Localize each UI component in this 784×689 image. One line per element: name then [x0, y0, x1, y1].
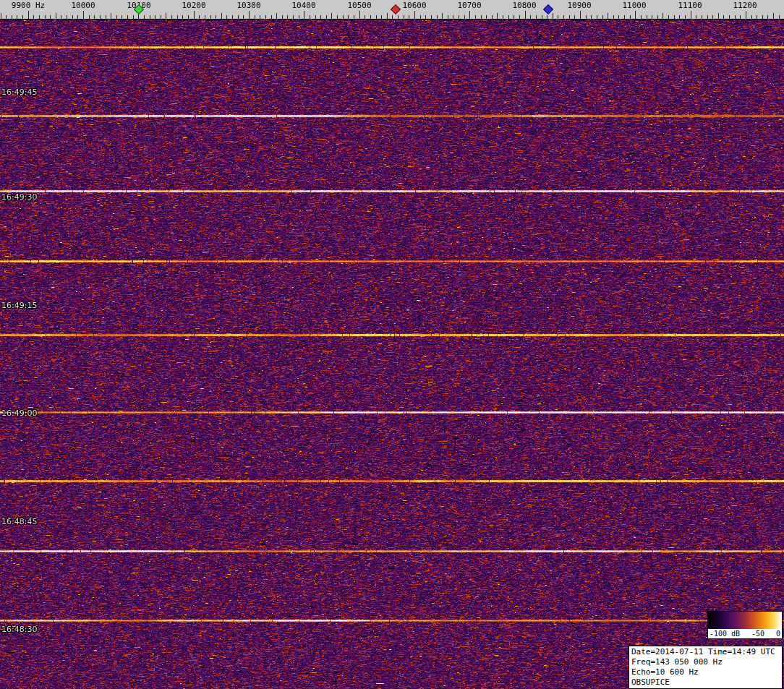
time-label: 16:49:30 — [1, 192, 37, 202]
time-label: 16:49:15 — [1, 301, 37, 310]
colorbar-mid-label: -50 — [751, 629, 764, 638]
colorbar: -100 dB -50 0 — [707, 611, 783, 639]
freq-tick-label: 10200 — [182, 1, 205, 10]
freq-tick-label: 10800 — [512, 1, 536, 10]
colorbar-max-label: 0 — [776, 629, 780, 638]
time-label: 16:48:45 — [1, 517, 37, 526]
freq-tick-label: 9900 Hz — [12, 1, 45, 10]
colorbar-gradient — [708, 612, 782, 629]
info-line-date: Date=2014-07-11 Time=14:49 UTC — [631, 647, 780, 657]
freq-tick-label: 10500 — [347, 1, 371, 10]
freq-tick-label: 10700 — [457, 1, 481, 10]
freq-tick-label: 11000 — [622, 1, 646, 10]
time-label: 16:49:00 — [1, 408, 37, 418]
frequency-ruler[interactable]: 9900 Hz 10000 10100 10200 10300 10400 10… — [0, 0, 784, 20]
info-line-freq: Freq=143 050 000 Hz — [631, 657, 780, 667]
spectrogram-waterfall[interactable] — [0, 20, 784, 689]
info-line-station: OBSUPICE — [631, 677, 780, 688]
freq-tick-label: 11200 — [733, 1, 757, 10]
time-label: 16:49:45 — [1, 87, 37, 97]
freq-tick-label: 11100 — [678, 1, 702, 10]
freq-tick-label: 10400 — [291, 1, 315, 10]
info-line-echo: Echo=10 600 Hz — [631, 667, 780, 677]
freq-tick-label: 10300 — [237, 1, 260, 10]
freq-tick-label: 10600 — [402, 1, 426, 10]
spectrogram-display: 9900 Hz 10000 10100 10200 10300 10400 10… — [0, 0, 784, 689]
freq-tick-label: 10900 — [567, 1, 591, 10]
colorbar-min-label: -100 dB — [710, 629, 740, 638]
freq-tick-label: 10000 — [71, 1, 95, 10]
colorbar-labels: -100 dB -50 0 — [708, 629, 782, 638]
waterfall-area: 16:49:45 16:49:30 16:49:15 16:49:00 16:4… — [0, 20, 784, 689]
info-box: Date=2014-07-11 Time=14:49 UTC Freq=143 … — [629, 646, 783, 689]
time-label: 16:48:30 — [1, 625, 37, 634]
